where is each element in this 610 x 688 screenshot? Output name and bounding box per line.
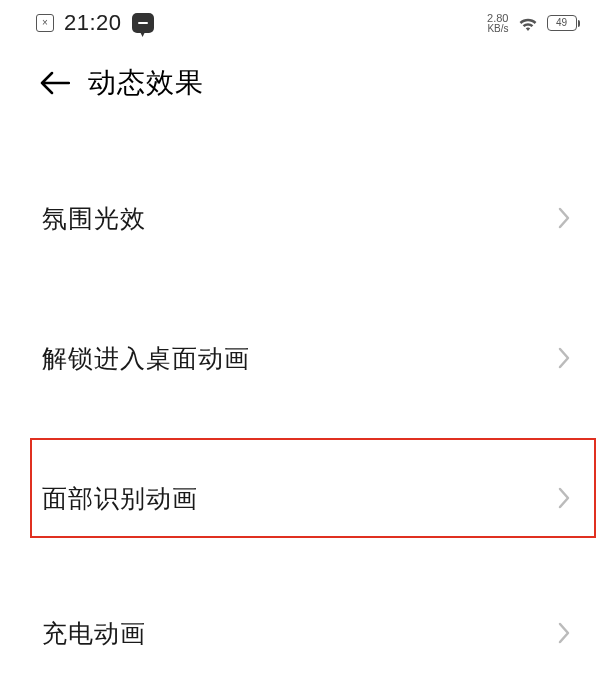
menu-item-label: 面部识别动画	[42, 482, 198, 515]
message-app-icon	[132, 13, 154, 33]
menu-item-unlock-animation[interactable]: 解锁进入桌面动画	[0, 288, 610, 428]
status-time: 21:20	[64, 10, 122, 36]
chevron-right-icon	[558, 622, 570, 644]
chevron-right-icon	[558, 347, 570, 369]
battery-indicator: 49	[547, 15, 581, 31]
chevron-right-icon	[558, 487, 570, 509]
chevron-right-icon	[558, 207, 570, 229]
no-sim-icon: ×	[36, 14, 54, 32]
menu-item-ambient-light[interactable]: 氛围光效	[0, 148, 610, 288]
menu-item-face-recognition[interactable]: 面部识别动画	[0, 428, 610, 568]
menu-list: 氛围光效 解锁进入桌面动画 面部识别动画 充电动画	[0, 118, 610, 688]
menu-item-charging-animation[interactable]: 充电动画	[0, 568, 610, 688]
menu-item-label: 解锁进入桌面动画	[42, 342, 250, 375]
menu-item-label: 氛围光效	[42, 202, 146, 235]
wifi-icon	[517, 15, 539, 31]
page-header: 动态效果	[0, 40, 610, 118]
network-speed: 2.80 KB/s	[487, 13, 508, 34]
menu-item-label: 充电动画	[42, 617, 146, 650]
status-bar: × 21:20 2.80 KB/s 49	[0, 0, 610, 40]
back-arrow-icon[interactable]	[40, 71, 70, 95]
battery-level: 49	[556, 18, 567, 28]
status-right: 2.80 KB/s 49	[487, 13, 580, 34]
status-left: × 21:20	[36, 10, 154, 36]
page-title: 动态效果	[88, 64, 204, 102]
